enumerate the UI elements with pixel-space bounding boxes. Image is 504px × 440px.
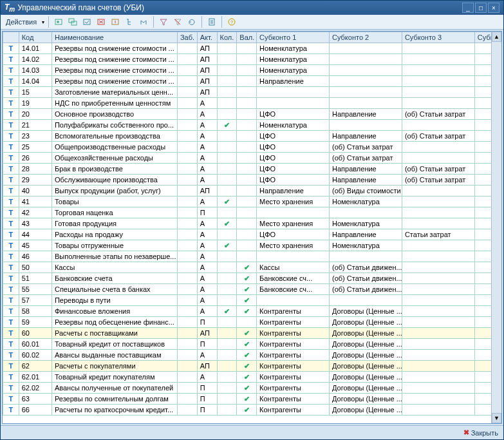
table-row[interactable]: T23Вспомогательные производстваАЦФОНапра… (3, 131, 501, 142)
row-type-icon: T (3, 175, 19, 186)
cell-name: Специальные счета в банках (51, 284, 177, 295)
cell-val: ✔ (237, 350, 257, 361)
table-row[interactable]: T20Основное производствоАЦФОНаправление(… (3, 109, 501, 120)
cell-kol (217, 43, 237, 54)
cell-sub3 (402, 284, 474, 295)
table-row[interactable]: T28Брак в производствеАЦФОНаправление(об… (3, 164, 501, 175)
col-kol[interactable]: Кол. (217, 32, 237, 43)
table-row[interactable]: T46Выполненные этапы по незаверше...А (3, 251, 501, 262)
col-sub1[interactable]: Субконто 1 (257, 32, 330, 43)
grid[interactable]: Код Наименование Заб. Акт. Кол. Вал. Суб… (2, 31, 502, 424)
col-val[interactable]: Вал. (237, 32, 257, 43)
cell-name: Финансовые вложения (51, 306, 177, 317)
table-row[interactable]: T50КассыА✔Кассы(об) Статьи движен... (3, 262, 501, 273)
table-row[interactable]: T63Резервы по сомнительным долгамП✔Контр… (3, 394, 501, 405)
scroll-down-icon[interactable]: ▼ (492, 413, 501, 423)
table-row[interactable]: T44Расходы на продажуАЦФОНаправлениеСтат… (3, 229, 501, 240)
refresh-icon[interactable] (186, 16, 198, 28)
help-icon[interactable]: ? (226, 16, 238, 28)
table-row[interactable]: T21Полуфабрикаты собственного про...А✔Но… (3, 120, 501, 131)
row-type-icon: T (3, 306, 19, 317)
edit-icon[interactable] (81, 16, 93, 28)
cell-val: ✔ (237, 306, 257, 317)
mark-delete-icon[interactable] (109, 16, 121, 28)
row-type-icon: T (3, 43, 19, 54)
col-code[interactable]: Код (19, 32, 51, 43)
cell-sub2: Договоры (Ценные ... (330, 361, 402, 372)
col-sub2[interactable]: Субконто 2 (330, 32, 402, 43)
vertical-scrollbar[interactable]: ▲ ▼ (491, 32, 501, 423)
titlebar[interactable]: Tт Управленческий план счетов (УБИ) _ □ … (1, 1, 503, 15)
table-row[interactable]: T66Расчеты по краткосрочным кредит...П✔К… (3, 405, 501, 416)
cell-sub2 (330, 43, 402, 54)
table-row[interactable]: T62.02Авансы полученные от покупателейП✔… (3, 383, 501, 394)
table-row[interactable]: T41ТоварыА✔Место храненияНоменклатура (3, 196, 501, 207)
table-row[interactable]: T14.02Резервы под снижение стоимости ...… (3, 54, 501, 65)
table-row[interactable]: T26Общехозяйственные расходыАЦФО(об) Ста… (3, 153, 501, 164)
table-row[interactable]: T57Переводы в путиА✔ (3, 295, 501, 306)
col-sub3[interactable]: Субконто 3 (402, 32, 474, 43)
cell-kol (217, 87, 237, 98)
table-row[interactable]: T60.02Авансы выданные поставщикамА✔Контр… (3, 350, 501, 361)
cell-sub3 (402, 207, 474, 218)
table-row[interactable]: T60Расчеты с поставщикамиАП✔КонтрагентыД… (3, 328, 501, 339)
add-sub-icon[interactable] (67, 16, 79, 28)
table-row[interactable]: T29Обслуживающие производстваАЦФОНаправл… (3, 175, 501, 186)
table-row[interactable]: T19НДС по приобретенным ценностямА (3, 98, 501, 109)
filter-icon[interactable] (158, 16, 169, 28)
table-row[interactable]: T59Резервы под обесценение финанс...ПКон… (3, 317, 501, 328)
cell-name: НДС по приобретенным ценностям (51, 98, 177, 109)
cell-zab (177, 54, 197, 65)
toolbar: Действия▾ ? (1, 15, 503, 30)
hierarchy-icon[interactable] (124, 16, 135, 28)
minimize-button[interactable]: _ (462, 3, 474, 13)
table-row[interactable]: T51Банковские счетаА✔Банковские сч...(об… (3, 273, 501, 284)
cell-sub2: Договоры (Ценные ... (330, 328, 402, 339)
close-window-button[interactable]: × (488, 3, 499, 13)
close-button[interactable]: ✖ Закрыть (463, 428, 498, 437)
table-row[interactable]: T45Товары отгруженныеА✔Место храненияНом… (3, 240, 501, 251)
col-name[interactable]: Наименование (51, 32, 177, 43)
report-icon[interactable] (206, 16, 218, 28)
table-row[interactable]: T60.01Товарный кредит от поставщиковП✔Ко… (3, 339, 501, 350)
table-row[interactable]: T25Общепроизводственные расходыАЦФО(об) … (3, 142, 501, 153)
cell-code: 55 (19, 284, 51, 295)
delete-icon[interactable] (95, 16, 107, 28)
cell-akt: АП (197, 43, 217, 54)
table-row[interactable]: T14.03Резервы под снижение стоимости ...… (3, 65, 501, 76)
col-akt[interactable]: Акт. (197, 32, 217, 43)
table-row[interactable]: T40Выпуск продукции (работ, услуг)АПНапр… (3, 186, 501, 196)
actions-menu[interactable]: Действия (3, 17, 39, 27)
table-row[interactable]: T55Специальные счета в банкахА✔Банковски… (3, 284, 501, 295)
table-row[interactable]: T15Заготовление материальных ценн...АП (3, 87, 501, 98)
close-label: Закрыть (471, 429, 498, 437)
cell-name: Резервы по сомнительным долгам (51, 394, 177, 405)
table-row[interactable]: T14.01Резервы под снижение стоимости ...… (3, 43, 501, 54)
cell-val (237, 98, 257, 109)
move-icon[interactable] (138, 16, 149, 28)
cell-sub3 (402, 339, 474, 350)
col-zab[interactable]: Заб. (177, 32, 197, 43)
filter-off-icon[interactable] (172, 16, 183, 28)
row-type-icon: T (3, 131, 19, 142)
cell-sub3 (402, 186, 474, 196)
cell-zab (177, 65, 197, 76)
cell-val (237, 317, 257, 328)
table-row[interactable]: T62Расчеты с покупателямиАП✔КонтрагентыД… (3, 361, 501, 372)
cell-sub3 (402, 196, 474, 207)
footer: ✖ Закрыть (1, 425, 503, 439)
table-row[interactable]: T58Финансовые вложенияА✔✔КонтрагентыДого… (3, 306, 501, 317)
add-icon[interactable] (53, 16, 64, 28)
table-row[interactable]: T43Готовая продукцияА✔Место храненияНоме… (3, 218, 501, 229)
cell-code: 63 (19, 394, 51, 405)
table-row[interactable]: T42Торговая наценкаП (3, 207, 501, 218)
cell-zab (177, 240, 197, 251)
scroll-up-icon[interactable]: ▲ (492, 32, 501, 42)
row-type-icon: T (3, 164, 19, 175)
table-row[interactable]: T14.04Резервы под снижение стоимости ...… (3, 76, 501, 87)
table-row[interactable]: T62.01Товарный кредит покупателямА✔Контр… (3, 372, 501, 383)
cell-zab (177, 306, 197, 317)
col-type[interactable] (3, 32, 19, 43)
cell-sub2: Договоры (Ценные ... (330, 339, 402, 350)
maximize-button[interactable]: □ (475, 3, 487, 13)
